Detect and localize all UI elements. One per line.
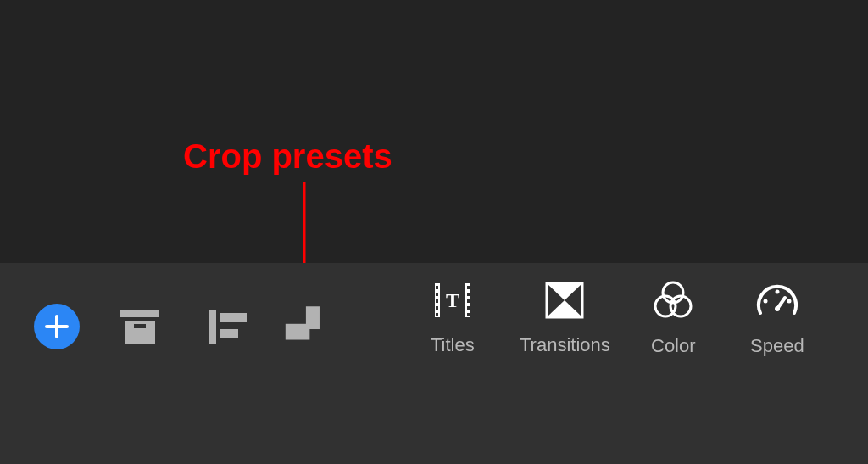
svg-rect-15	[436, 293, 438, 296]
svg-rect-9	[220, 329, 238, 338]
align-left-button[interactable]	[207, 305, 249, 348]
color-tool[interactable]: Color	[651, 281, 696, 357]
svg-rect-18	[436, 313, 438, 316]
transitions-label: Transitions	[520, 334, 610, 356]
svg-point-32	[775, 290, 779, 294]
svg-rect-21	[467, 299, 470, 303]
svg-rect-20	[467, 293, 470, 296]
transitions-icon	[545, 282, 584, 319]
svg-rect-14	[436, 286, 438, 289]
bottom-toolbar: T Titles Transitions Color Speed	[0, 263, 868, 464]
svg-rect-22	[467, 306, 470, 310]
titles-tool[interactable]: T Titles	[431, 282, 475, 356]
preview-area	[0, 0, 868, 263]
toolbar-divider	[376, 302, 376, 351]
svg-rect-4	[120, 310, 159, 317]
svg-rect-11	[286, 324, 310, 340]
svg-marker-27	[548, 300, 581, 316]
speed-tool[interactable]: Speed	[750, 281, 804, 357]
svg-rect-19	[467, 286, 470, 289]
svg-rect-17	[436, 306, 438, 310]
svg-rect-7	[209, 310, 216, 344]
svg-point-31	[763, 299, 767, 304]
color-label: Color	[651, 335, 696, 357]
svg-rect-6	[134, 324, 146, 328]
speed-label: Speed	[750, 335, 804, 357]
svg-text:T: T	[446, 289, 459, 311]
svg-point-35	[775, 306, 780, 311]
crop-presets-icon	[284, 301, 326, 344]
svg-rect-8	[220, 313, 247, 322]
svg-point-33	[787, 299, 791, 304]
titles-label: Titles	[431, 334, 475, 356]
plus-icon	[44, 314, 70, 339]
color-icon	[653, 281, 693, 320]
archive-icon	[119, 308, 161, 345]
transitions-tool[interactable]: Transitions	[520, 282, 610, 356]
add-button[interactable]	[34, 304, 80, 349]
titles-icon: T	[433, 282, 472, 319]
svg-rect-23	[467, 313, 470, 316]
svg-rect-16	[436, 299, 438, 303]
annotation-label: Crop presets	[183, 137, 392, 176]
svg-marker-26	[548, 284, 581, 300]
archive-button[interactable]	[119, 305, 161, 348]
crop-presets-button[interactable]	[284, 301, 326, 344]
speed-icon	[756, 281, 798, 320]
align-left-icon	[208, 308, 248, 345]
